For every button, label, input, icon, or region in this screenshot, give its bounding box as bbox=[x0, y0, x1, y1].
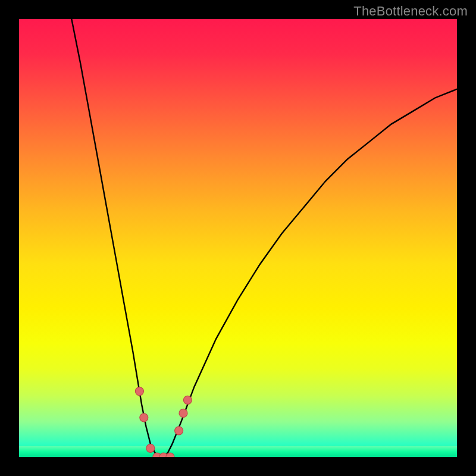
bottleneck-curve bbox=[71, 19, 457, 457]
data-marker bbox=[175, 427, 183, 435]
plot-area bbox=[19, 19, 457, 457]
curve-layer bbox=[19, 19, 457, 457]
data-marker bbox=[179, 409, 187, 417]
data-marker bbox=[146, 444, 155, 452]
data-marker bbox=[183, 396, 192, 404]
data-marker bbox=[135, 387, 143, 396]
watermark-text: TheBottleneck.com bbox=[353, 4, 468, 19]
chart-frame: TheBottleneck.com bbox=[0, 0, 476, 476]
data-marker bbox=[140, 414, 148, 422]
data-markers bbox=[135, 387, 192, 457]
